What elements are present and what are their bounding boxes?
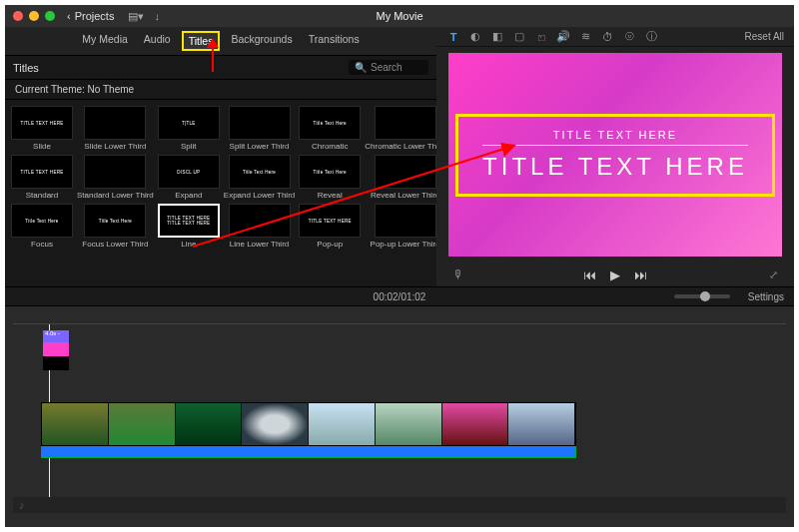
- main-area: My Media Audio Titles Backgrounds Transi…: [5, 27, 794, 286]
- title-main[interactable]: TITLE TEXT HERE: [482, 152, 748, 182]
- title-template-item[interactable]: TITLE TEXT HERESlide: [11, 106, 73, 151]
- close-icon[interactable]: [13, 11, 23, 21]
- title-thumbnail: [229, 204, 291, 238]
- clip-frame[interactable]: [508, 403, 575, 445]
- browser-header: Titles 🔍 Search: [5, 56, 436, 80]
- fullscreen-icon[interactable]: ⤢: [769, 268, 778, 281]
- preview-canvas[interactable]: TITLE TEXT HERE TITLE TEXT HERE: [448, 53, 782, 257]
- back-to-projects[interactable]: ‹ Projects: [67, 10, 114, 22]
- text-tool-icon[interactable]: T: [446, 31, 460, 43]
- projects-label: Projects: [75, 10, 115, 22]
- title-thumbnail: [375, 204, 436, 238]
- browser-heading: Titles: [13, 62, 39, 74]
- clip-frame[interactable]: [242, 403, 309, 445]
- color-correction-icon[interactable]: ◧: [490, 30, 504, 43]
- imovie-window: ‹ Projects ▤▾ ↓ My Movie My Media Audio …: [5, 5, 794, 527]
- tab-transitions[interactable]: Transitions: [304, 31, 365, 51]
- volume-icon[interactable]: 🔊: [556, 30, 570, 43]
- title-caption: Standard Lower Third: [77, 191, 154, 200]
- tab-backgrounds[interactable]: Backgrounds: [226, 31, 297, 51]
- music-track[interactable]: ♪: [13, 497, 786, 513]
- theme-label: Current Theme: No Theme: [5, 80, 436, 100]
- title-template-item[interactable]: Title Text HereReveal: [299, 155, 361, 200]
- tab-my-media[interactable]: My Media: [77, 31, 133, 51]
- clip-frame[interactable]: [376, 403, 442, 445]
- timeline-ruler[interactable]: [13, 312, 786, 324]
- video-track[interactable]: [41, 402, 576, 446]
- color-balance-icon[interactable]: ◐: [468, 30, 482, 43]
- tab-audio[interactable]: Audio: [139, 31, 176, 51]
- title-thumbnail: [229, 106, 291, 140]
- title-card[interactable]: TITLE TEXT HERE TITLE TEXT HERE: [455, 114, 775, 197]
- next-frame-icon[interactable]: ⏭: [634, 267, 647, 282]
- timeline-zoom-slider[interactable]: [674, 294, 730, 298]
- title-thumbnail: DISCL UP: [158, 155, 220, 189]
- title-caption: Pop-up: [317, 240, 343, 249]
- import-icon[interactable]: ↓: [154, 10, 160, 23]
- title-template-item[interactable]: Slide Lower Third: [77, 106, 154, 151]
- tab-titles[interactable]: Titles: [182, 31, 221, 51]
- prev-frame-icon[interactable]: ⏮: [583, 267, 596, 282]
- title-thumbnail: [84, 106, 146, 140]
- title-template-item[interactable]: Line Lower Third: [224, 204, 295, 249]
- search-input[interactable]: 🔍 Search: [349, 60, 428, 75]
- settings-button[interactable]: Settings: [748, 291, 784, 302]
- voiceover-icon[interactable]: 🎙: [452, 267, 464, 281]
- reset-all-button[interactable]: Reset All: [745, 31, 784, 42]
- title-template-item[interactable]: TITLE TEXT HEREPop-up: [299, 204, 361, 249]
- title-template-item[interactable]: Chromatic Lower Third: [365, 106, 445, 151]
- title-caption: Focus: [31, 240, 53, 249]
- filter-icon[interactable]: ⦾: [622, 30, 636, 43]
- title-thumbnail: Title Text Here: [11, 204, 73, 238]
- chevron-left-icon: ‹: [67, 10, 71, 22]
- title-template-item[interactable]: T|TLESplit: [158, 106, 220, 151]
- titles-grid: TITLE TEXT HERESlideSlide Lower ThirdT|T…: [5, 100, 436, 255]
- stabilize-icon[interactable]: ⏍: [534, 31, 548, 43]
- play-icon[interactable]: ▶: [610, 267, 620, 282]
- info-icon[interactable]: ⓘ: [644, 29, 658, 44]
- title-template-item[interactable]: Standard Lower Third: [77, 155, 154, 200]
- timecode-total: 01:02: [400, 291, 425, 302]
- title-clip[interactable]: 4.0s -: [43, 330, 69, 370]
- title-caption: Expand Lower Third: [224, 191, 295, 200]
- title-caption: Pop-up Lower Third: [371, 240, 440, 249]
- speed-icon[interactable]: ⏱: [600, 31, 614, 43]
- title-template-item[interactable]: Title Text HereFocus Lower Third: [77, 204, 154, 249]
- title-template-item[interactable]: TITLE TEXT HEREStandard: [11, 155, 73, 200]
- timecode-bar: 00:02 / 01:02 Settings: [5, 286, 794, 306]
- clip-frame[interactable]: [109, 403, 176, 445]
- title-clip-body: [43, 342, 69, 356]
- noise-icon[interactable]: ≋: [578, 30, 592, 43]
- title-thumbnail: [84, 155, 146, 189]
- title-template-item[interactable]: Pop-up Lower Third: [365, 204, 445, 249]
- clip-frame[interactable]: [309, 403, 376, 445]
- minimize-icon[interactable]: [29, 11, 39, 21]
- window-title: My Movie: [376, 10, 422, 22]
- title-caption: Expand: [175, 191, 202, 200]
- title-template-item[interactable]: DISCL UPExpand: [158, 155, 220, 200]
- title-thumbnail: TITLE TEXT HERE: [299, 204, 361, 238]
- clip-frame[interactable]: [176, 403, 243, 445]
- title-subtitle[interactable]: TITLE TEXT HERE: [482, 129, 748, 146]
- library-list-icon[interactable]: ▤▾: [128, 10, 144, 23]
- title-template-item[interactable]: Split Lower Third: [224, 106, 295, 151]
- title-thumbnail: T|TLE: [158, 106, 220, 140]
- title-caption: Slide Lower Third: [84, 142, 146, 151]
- title-caption: Reveal Lower Third: [371, 191, 439, 200]
- timeline[interactable]: 4.0s - ♪: [5, 306, 794, 527]
- title-template-item[interactable]: Reveal Lower Third: [365, 155, 445, 200]
- audio-track[interactable]: [41, 446, 576, 458]
- clip-frame[interactable]: [42, 403, 109, 445]
- title-template-item[interactable]: Title Text HereChromatic: [299, 106, 361, 151]
- media-tabs: My Media Audio Titles Backgrounds Transi…: [5, 27, 436, 56]
- viewer-toolbar: T ◐ ◧ ▢ ⏍ 🔊 ≋ ⏱ ⦾ ⓘ Reset All: [436, 27, 794, 47]
- title-thumbnail: Title Text Here: [299, 155, 361, 189]
- title-thumbnail: [375, 155, 436, 189]
- window-controls: [13, 11, 55, 21]
- clip-frame[interactable]: [442, 403, 509, 445]
- zoom-icon[interactable]: [45, 11, 55, 21]
- title-template-item[interactable]: Title Text HereExpand Lower Third: [224, 155, 295, 200]
- title-template-item[interactable]: Title Text HereFocus: [11, 204, 73, 249]
- crop-icon[interactable]: ▢: [512, 30, 526, 43]
- title-template-item[interactable]: TITLE TEXT HERE TITLE TEXT HERELine: [158, 204, 220, 249]
